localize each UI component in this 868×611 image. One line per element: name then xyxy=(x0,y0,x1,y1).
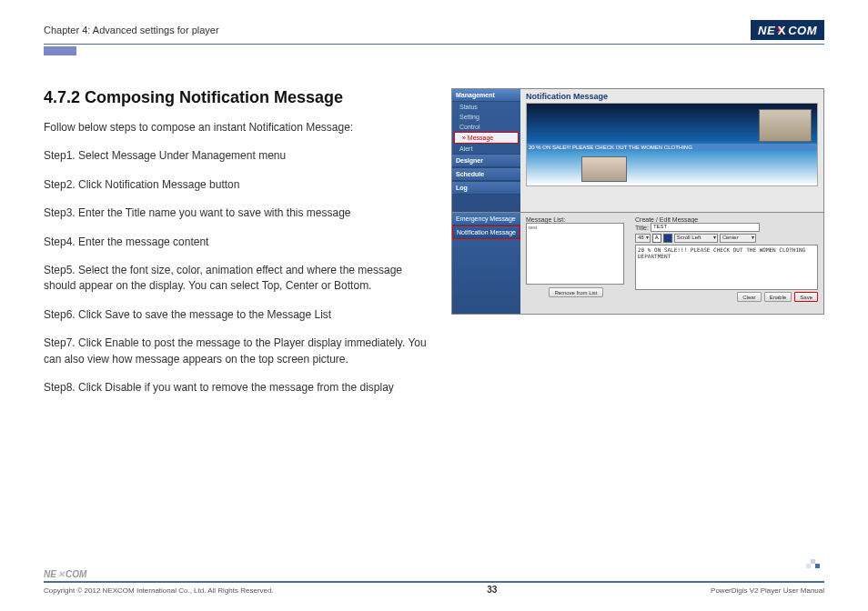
ss-notification-tab[interactable]: Notification Message xyxy=(452,225,520,239)
ss-create-label: Create / Edit Message xyxy=(635,216,818,223)
chapter-title: Chapter 4: Advanced settings for player xyxy=(44,25,219,35)
section-heading: 4.7.2 Composing Notification Message xyxy=(44,88,433,107)
ss-display-preview: 20 % ON SALE!!! PLEASE CHECK OUT THE WOM… xyxy=(526,103,818,186)
step-1: Step1. Select Message Under Management m… xyxy=(44,148,433,164)
step-4: Step4. Enter the message content xyxy=(44,235,433,250)
ss-emergency-tab[interactable]: Emergency Message xyxy=(452,213,520,225)
ss-side-setting[interactable]: Setting xyxy=(452,112,520,122)
step-2: Step2. Click Notification Message button xyxy=(44,177,433,193)
footer-doc-title: PowerDigis V2 Player User Manual xyxy=(711,586,824,595)
ss-side-designer[interactable]: Designer xyxy=(452,154,520,167)
footer-logo: NE✕COM xyxy=(44,569,824,579)
ss-sidebar: Management Status Setting Control » Mess… xyxy=(452,89,520,212)
ss-side-log[interactable]: Log xyxy=(452,181,520,195)
footer-decoration xyxy=(806,559,824,568)
ss-bgcolor-swatch[interactable] xyxy=(663,234,672,243)
ss-panel-title: Notification Message xyxy=(526,92,818,101)
ss-side-status[interactable]: Status xyxy=(452,102,520,112)
ss-save-button[interactable]: Save xyxy=(794,292,818,302)
app-screenshot: Management Status Setting Control » Mess… xyxy=(451,88,824,315)
step-5: Step5. Select the font size, color, anim… xyxy=(44,263,433,295)
ss-color-a[interactable]: A xyxy=(652,234,661,243)
ss-title-label: Title: xyxy=(635,225,649,231)
ss-main-panel: Notification Message 20 % ON SALE!!! PLE… xyxy=(520,89,823,212)
screenshot-column: Management Status Setting Control » Mess… xyxy=(451,88,824,408)
ss-fontsize-select[interactable]: 48 xyxy=(635,234,651,243)
ss-side-control[interactable]: Control xyxy=(452,122,520,132)
ss-position-select[interactable]: Center xyxy=(720,234,756,243)
footer-copyright: Copyright © 2012 NEXCOM International Co… xyxy=(44,586,274,595)
ss-message-list-label: Message List: xyxy=(526,216,626,223)
ss-enable-button[interactable]: Enable xyxy=(764,292,792,302)
ss-side-message[interactable]: » Message xyxy=(454,132,519,144)
ss-scroll-select[interactable]: Scroll Left xyxy=(674,234,718,243)
step-7: Step7. Click Enable to post the message … xyxy=(44,336,433,367)
ss-side-schedule[interactable]: Schedule xyxy=(452,167,520,181)
ss-editor-panel: Message List: test Remove from List Crea… xyxy=(520,213,823,314)
ss-preview-thumb1 xyxy=(759,109,812,142)
ss-preview-ticker: 20 % ON SALE!!! PLEASE CHECK OUT THE WOM… xyxy=(527,144,817,151)
text-column: 4.7.2 Composing Notification Message Fol… xyxy=(44,88,433,408)
step-3: Step3. Enter the Title name you want to … xyxy=(44,205,433,221)
ss-side-management[interactable]: Management xyxy=(452,89,520,102)
nexcom-logo: NE X COM xyxy=(751,20,824,40)
ss-message-listbox[interactable]: test xyxy=(526,223,624,285)
ss-clear-button[interactable]: Clear xyxy=(737,292,761,302)
page-footer: NE✕COM Copyright © 2012 NEXCOM Internati… xyxy=(44,569,824,595)
ss-list-item[interactable]: test xyxy=(529,225,621,230)
ss-bottom-sidebar: Emergency Message Notification Message xyxy=(452,213,520,314)
page-header: Chapter 4: Advanced settings for player … xyxy=(44,20,824,45)
step-8: Step8. Click Disable if you want to remo… xyxy=(44,380,433,396)
ss-side-alert[interactable]: Alert xyxy=(452,144,520,154)
page-number: 33 xyxy=(487,585,497,595)
accent-bar xyxy=(44,46,76,55)
ss-title-input[interactable]: TEST xyxy=(651,223,760,232)
ss-remove-button[interactable]: Remove from List xyxy=(549,287,602,297)
ss-preview-thumb2 xyxy=(581,156,627,182)
step-6: Step6. Click Save to save the message to… xyxy=(44,307,433,323)
ss-content-textarea[interactable]: 20 % ON SALE!!! PLEASE CHECK OUT THE WOM… xyxy=(635,245,818,290)
intro-text: Follow below steps to compose an instant… xyxy=(44,120,433,135)
